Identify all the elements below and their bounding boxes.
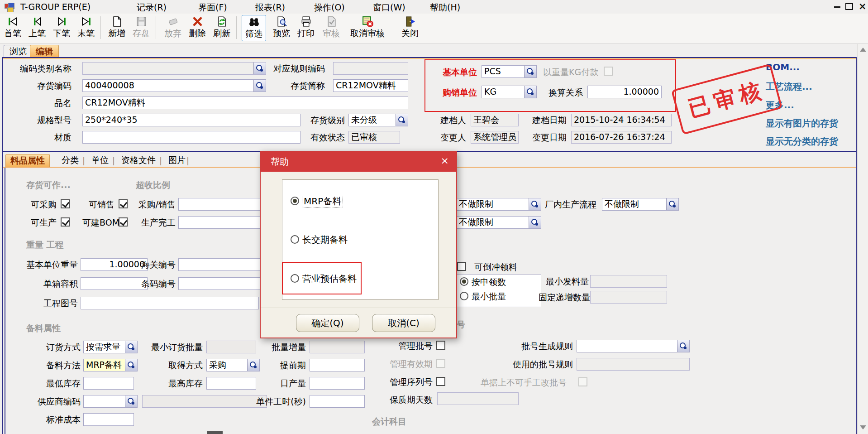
manage-serial-checkbox[interactable] [436, 377, 445, 386]
min-stock-field[interactable] [83, 377, 134, 390]
by-requisition-radio[interactable] [460, 277, 468, 286]
long-lead-spare-radio[interactable] [291, 235, 299, 244]
menu-help[interactable]: 帮助(H) [430, 2, 460, 14]
can-bom-checkbox[interactable] [119, 217, 128, 227]
tab-item-attributes[interactable]: 料品属性 [5, 154, 50, 167]
lookup-icon[interactable] [666, 198, 678, 210]
unit-work-sec-field[interactable] [310, 395, 365, 408]
dialog-title: 帮助 [271, 156, 289, 168]
cancel-approve-button[interactable]: 取消审核 [346, 15, 389, 41]
mrp-spare-label[interactable]: MRP备料 [302, 195, 343, 207]
inv-level-field[interactable]: 未分级 [348, 114, 408, 126]
tab-unit[interactable]: 单位 [87, 154, 113, 167]
ok-button[interactable]: 确定(Q) [296, 314, 359, 332]
daily-output-field[interactable] [310, 377, 365, 390]
tab-separator: | [82, 156, 85, 165]
tab-classification[interactable]: 分类 [57, 154, 83, 167]
backflush-label: 可倒冲领料 [474, 261, 517, 273]
restrict-upper-field[interactable]: 不做限制 [456, 198, 541, 211]
lookup-icon[interactable] [529, 198, 541, 210]
base-unit-weight-field[interactable]: 1.00000 [81, 258, 148, 271]
order-method-field[interactable]: 按需求量 [83, 341, 138, 353]
delete-x-icon [191, 15, 204, 28]
batch-gen-rule-field[interactable] [577, 340, 690, 352]
supplier-code-label: 供应商编码 [34, 395, 81, 407]
used-batch-rule-field [577, 358, 690, 371]
toolbar-separator [100, 16, 101, 39]
scroll-up-icon[interactable] [860, 48, 866, 52]
print-button[interactable]: 打印 [294, 15, 318, 41]
cancel-button[interactable]: 取消(C) [372, 314, 435, 332]
refresh-button[interactable]: 刷新 [210, 15, 234, 41]
dialog-close-icon[interactable]: × [441, 155, 449, 166]
spare-method-field[interactable]: MRP备料 [83, 359, 138, 371]
code-category-field[interactable] [82, 62, 266, 75]
toolbar-separator [236, 16, 237, 39]
inv-short-name-field[interactable]: CR12MOV精料 [333, 79, 408, 92]
vertical-scrollbar[interactable] [857, 44, 868, 434]
product-name-field[interactable]: CR12MOV精料 [82, 96, 408, 109]
menu-ui[interactable]: 界面(F) [198, 2, 227, 14]
restore-icon[interactable] [845, 3, 853, 10]
menu-report[interactable]: 报表(R) [255, 2, 285, 14]
factory-flow-field[interactable]: 不做限制 [602, 198, 679, 211]
lookup-icon[interactable] [677, 340, 689, 352]
lookup-icon[interactable] [253, 80, 266, 92]
discard-button: 放弃 [161, 15, 185, 41]
scroll-down-icon[interactable] [860, 425, 866, 429]
long-lead-spare-label[interactable]: 长交期备料 [302, 234, 348, 246]
producible-checkbox[interactable] [61, 217, 70, 227]
tab-edit[interactable]: 编辑 [30, 45, 59, 58]
code-category-label: 编码类别名称 [18, 63, 72, 74]
lookup-icon[interactable] [396, 114, 408, 126]
toolbar: 首笔 上笔 下笔 末笔 新增 存盘 放弃 删除 [0, 14, 868, 43]
lookup-icon[interactable] [247, 359, 259, 371]
last-record-button[interactable]: 末笔 [74, 15, 98, 41]
supplier-code-field[interactable] [83, 395, 138, 408]
menu-window[interactable]: 窗口(W) [373, 2, 405, 14]
material-field[interactable] [82, 131, 300, 144]
minimize-icon[interactable] [834, 6, 840, 8]
lookup-icon[interactable] [125, 395, 137, 407]
inv-code-field[interactable]: 400400008 [82, 79, 266, 92]
lookup-icon[interactable] [253, 63, 266, 74]
menu-app[interactable]: T-GROUP ERP(E) [20, 2, 91, 12]
spec-model-label: 规格型号 [35, 114, 72, 126]
preview-button[interactable]: 预览 [270, 15, 293, 41]
spec-model-field[interactable]: 250*240*35 [82, 114, 300, 126]
lookup-icon[interactable] [125, 341, 137, 353]
purchasable-checkbox[interactable] [61, 199, 70, 208]
box-volume-field[interactable] [81, 277, 148, 290]
new-button[interactable]: 新增 [105, 15, 129, 41]
no-manual-batch-label: 单据上不可手工改批号 [481, 376, 567, 388]
first-record-button[interactable]: 首笔 [1, 15, 24, 41]
refresh-icon [216, 15, 228, 28]
prev-record-button[interactable]: 上笔 [25, 15, 49, 41]
min-batch-radio[interactable] [460, 292, 468, 300]
lead-time-field[interactable] [310, 359, 365, 371]
dialog-title-bar[interactable]: 帮助 × [261, 152, 456, 172]
tab-browse[interactable]: 浏览 [4, 45, 33, 58]
backflush-checkbox[interactable] [457, 262, 466, 271]
next-record-button[interactable]: 下笔 [50, 15, 73, 41]
show-with-image-link[interactable]: 显示有图片的存货 [766, 117, 838, 130]
lookup-icon[interactable] [529, 217, 541, 228]
tab-qualification[interactable]: 资格文件 [117, 154, 160, 167]
lookup-icon[interactable] [125, 359, 137, 371]
acquire-method-field[interactable]: 采购 [206, 359, 260, 371]
std-cost-field[interactable] [83, 413, 134, 426]
close-form-button[interactable]: 关闭 [398, 15, 422, 41]
manage-batch-checkbox[interactable] [436, 341, 445, 350]
restrict-lower-field[interactable]: 不做限制 [456, 216, 541, 229]
menu-action[interactable]: 操作(O) [314, 2, 345, 14]
menu-record[interactable]: 记录(R) [137, 2, 167, 14]
mrp-spare-radio[interactable] [291, 197, 299, 205]
close-window-icon[interactable]: × [858, 1, 867, 12]
filter-button[interactable]: 筛选 [242, 15, 266, 41]
drawing-no-field[interactable] [81, 297, 259, 309]
sellable-checkbox[interactable] [119, 199, 128, 208]
drawing-no-label: 工程图号 [24, 297, 78, 309]
delete-button[interactable]: 删除 [186, 15, 209, 41]
show-unclassified-link[interactable]: 显示无分类的存货 [766, 135, 838, 148]
max-stock-field[interactable] [206, 377, 256, 390]
